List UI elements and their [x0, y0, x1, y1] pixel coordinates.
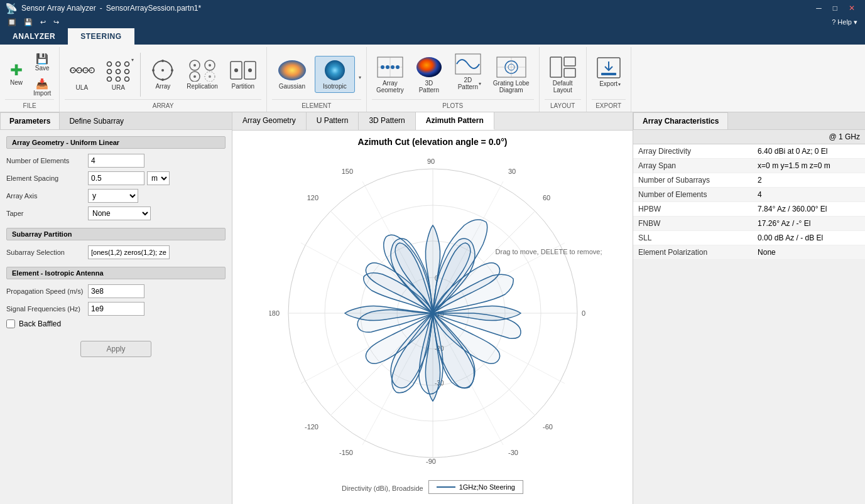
grating-lobe-button[interactable]: Grating LobeDiagram: [489, 53, 534, 97]
array-axis-select[interactable]: x y z: [88, 189, 138, 203]
array-axis-label: Array Axis: [6, 192, 88, 200]
help-btn[interactable]: ? Help ▾: [829, 18, 860, 27]
svg-rect-52: [601, 73, 616, 75]
signal-frequencies-input[interactable]: [88, 302, 144, 316]
maximize-btn[interactable]: □: [828, 3, 842, 14]
char-value-7: None: [753, 245, 865, 260]
new-button[interactable]: ✚ New: [5, 60, 28, 89]
close-btn[interactable]: ✕: [844, 3, 860, 14]
element-dropdown[interactable]: ▾: [359, 75, 361, 80]
svg-text:-30: -30: [508, 449, 518, 456]
legend-label: 1GHz;No Steering: [459, 483, 515, 491]
svg-point-16: [152, 69, 155, 72]
tab-analyzer[interactable]: ANALYZER: [0, 28, 68, 45]
default-layout-button[interactable]: DefaultLayout: [545, 53, 581, 97]
right-panel-tab-bar: Array Characteristics: [633, 112, 865, 130]
title-bar: 📡 Sensor Array Analyzer - SensorArraySes…: [0, 0, 865, 16]
propagation-speed-input[interactable]: [88, 284, 144, 298]
legend-row: Directivity (dBi), Broadside 1GHz;No Ste…: [342, 480, 523, 494]
back-baffled-checkbox[interactable]: [6, 319, 15, 328]
signal-frequencies-row: Signal Frequencies (Hz): [6, 302, 226, 316]
ura-dropdown[interactable]: ▾: [131, 57, 134, 63]
ula-button[interactable]: ULA: [65, 55, 99, 94]
partition-label: Partition: [231, 83, 254, 90]
ula-icon: [68, 58, 95, 83]
minimize-btn[interactable]: ─: [811, 3, 827, 14]
save-icon: 💾: [36, 53, 48, 65]
2d-pattern-dropdown[interactable]: ▾: [479, 81, 481, 87]
characteristics-row-4: HPBW7.84° Az / 360.00° El: [633, 202, 865, 217]
element-spacing-label: Element Spacing: [6, 174, 88, 182]
apply-button[interactable]: Apply: [80, 341, 151, 357]
gaussian-button[interactable]: Gaussian: [272, 56, 312, 93]
characteristics-row-0: Array Directivity6.40 dBi at 0 Az; 0 El: [633, 144, 865, 159]
svg-point-39: [391, 65, 394, 69]
element-spacing-row: Element Spacing m λ: [6, 171, 226, 185]
2d-pattern-button[interactable]: 2DPattern: [450, 50, 486, 94]
qat-btn-2[interactable]: 💾: [21, 18, 35, 27]
tab-array-characteristics[interactable]: Array Characteristics: [633, 112, 728, 129]
ula-label: ULA: [76, 84, 88, 91]
svg-point-19: [161, 78, 164, 81]
element-spacing-input[interactable]: [88, 171, 144, 185]
array-geometry-label: ArrayGeometry: [376, 80, 404, 94]
element-group-label: ELEMENT: [272, 99, 361, 109]
ura-button[interactable]: URA: [101, 55, 135, 94]
save-button[interactable]: 💾 Save: [30, 50, 54, 74]
back-baffled-row: Back Baffled: [6, 319, 226, 328]
qat-btn-1[interactable]: 🔲: [5, 18, 19, 27]
session-name: SensorArraySession.partn1*: [106, 4, 201, 13]
tab-parameters[interactable]: Parameters: [0, 112, 60, 129]
tab-define-subarray[interactable]: Define Subarray: [60, 112, 133, 129]
partition-button[interactable]: Partition: [225, 56, 261, 93]
char-value-3: 4: [753, 188, 865, 202]
replication-button[interactable]: Replication: [182, 56, 222, 93]
svg-point-38: [386, 65, 389, 69]
tab-u-pattern[interactable]: U Pattern: [307, 112, 359, 130]
subarray-selection-input[interactable]: [88, 245, 170, 259]
num-elements-input[interactable]: [88, 154, 144, 168]
svg-point-17: [171, 69, 173, 72]
ribbon: ANALYZER STEERING ✚ New 💾 Save: [0, 28, 865, 112]
char-label-0: Array Directivity: [633, 144, 753, 159]
tab-azimuth-pattern[interactable]: Azimuth Pattern: [416, 112, 494, 130]
char-label-6: SLL: [633, 231, 753, 245]
svg-text:-90: -90: [426, 458, 436, 465]
qat-btn-4[interactable]: ↪: [51, 18, 62, 27]
tab-3d-pattern[interactable]: 3D Pattern: [359, 112, 415, 130]
tab-steering[interactable]: STEERING: [68, 28, 134, 45]
svg-text:0: 0: [582, 309, 585, 317]
isotropic-button[interactable]: Isotropic: [315, 56, 355, 93]
svg-point-30: [234, 68, 238, 72]
drag-hint: Drag to move, DELETE to remove;: [496, 248, 602, 255]
characteristics-row-6: SLL0.00 dB Az / - dB El: [633, 231, 865, 245]
2d-pattern-icon: [454, 53, 482, 75]
file-group-label: FILE: [5, 99, 54, 109]
polar-plot-svg: 90 -90 0 180 60 120 -60 -120 30 150 -30 …: [269, 150, 596, 476]
svg-text:90: 90: [427, 158, 434, 165]
svg-point-31: [248, 68, 252, 72]
char-label-1: Array Span: [633, 159, 753, 173]
svg-text:30: 30: [508, 168, 516, 175]
taper-select[interactable]: None Taylor Chebyshev: [88, 206, 151, 220]
import-button[interactable]: 📥 Import: [30, 75, 54, 99]
element-spacing-unit[interactable]: m λ: [147, 171, 170, 185]
tab-array-geometry[interactable]: Array Geometry: [232, 112, 307, 130]
svg-text:-60: -60: [543, 423, 553, 431]
char-label-7: Element Polarization: [633, 245, 753, 260]
svg-point-15: [161, 69, 164, 72]
qat-btn-3[interactable]: ↩: [38, 18, 48, 27]
subarray-selection-label: Subarray Selection: [6, 249, 88, 256]
plot-area: Azimuth Cut (elevation angle = 0.0°) Dra…: [232, 131, 633, 504]
3d-pattern-button[interactable]: 3DPattern: [411, 53, 447, 97]
ura-label: URA: [112, 84, 125, 91]
svg-point-32: [278, 60, 306, 80]
svg-text:150: 150: [341, 168, 352, 175]
array-geometry-button[interactable]: ArrayGeometry: [372, 53, 408, 97]
array-button[interactable]: Array: [146, 56, 180, 93]
export-dropdown[interactable]: ▾: [618, 82, 621, 87]
import-label: Import: [33, 90, 51, 97]
3d-pattern-icon: [415, 56, 443, 78]
panel-content: Array Geometry - Uniform Linear Number o…: [0, 130, 232, 504]
array-buttons: ULA: [65, 50, 261, 99]
